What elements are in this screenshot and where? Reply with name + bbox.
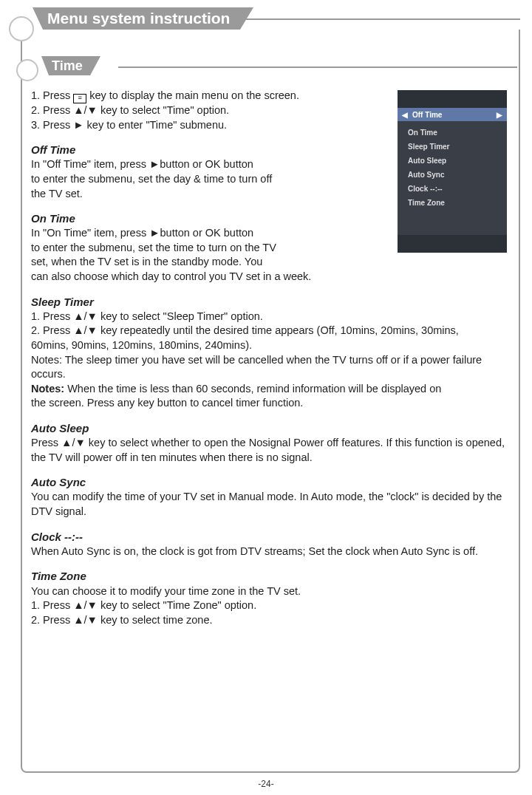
sleeptimer-notes2-label: Notes: [31, 383, 64, 395]
section-title-offtime: Off Time [31, 143, 511, 157]
section-body-offtime: In "Off Time" item, press ►button or OK … [31, 157, 297, 201]
sub-header-decor-circle [16, 59, 38, 81]
main-header-tab: Menu system instruction [33, 7, 253, 30]
section-title-timezone: Time Zone [31, 569, 511, 584]
page-number: -24- [0, 779, 532, 789]
sleeptimer-notes-1: Notes: The sleep timer you have set will… [31, 353, 511, 382]
section-title-autosleep: Auto Sleep [31, 421, 511, 436]
intro-line-1: 1. Press ≡ key to display the main menu … [31, 89, 511, 103]
page-title: Menu system instruction [43, 7, 240, 30]
timezone-line-2: 2. Press ▲/▼ key to select time zone. [31, 613, 511, 628]
timezone-line-1: 1. Press ▲/▼ key to select "Time Zone" o… [31, 598, 511, 613]
intro-line-1-post: key to display the main menu on the scre… [86, 89, 299, 101]
section-title-clock: Clock --:-- [31, 530, 511, 545]
intro-line-2: 2. Press ▲/▼ key to select "Time" option… [31, 103, 511, 118]
menu-button-icon: ≡ [73, 94, 86, 103]
sleeptimer-line-2: 2. Press ▲/▼ key repeatedly until the de… [31, 324, 511, 338]
section-body-timezone: You can choose it to modify your time zo… [31, 584, 511, 599]
section-body-autosync: You can modify the time of your TV set i… [31, 490, 511, 519]
content-area: 1. Press ≡ key to display the main menu … [31, 89, 511, 627]
header-rule [244, 18, 520, 20]
sleeptimer-notes-2: Notes: When the time is less than 60 sec… [31, 382, 511, 411]
header-decor-circle [9, 16, 34, 41]
section-title-sleeptimer: Sleep Timer [31, 295, 511, 310]
section-title-ontime: On Time [31, 211, 511, 226]
sleeptimer-line-2b: 60mins, 90mins, 120mins, 180mins, 240min… [31, 338, 511, 353]
section-body-autosleep: Press ▲/▼ key to select whether to open … [31, 436, 511, 465]
section-body-clock: When Auto Sync is on, the clock is got f… [31, 545, 511, 559]
sleeptimer-notes2-body: When the time is less than 60 seconds, r… [31, 383, 441, 409]
section-body-ontime: In "On Time" item, press ►button or OK b… [31, 226, 511, 284]
sleeptimer-line-1: 1. Press ▲/▼ key to select "Sleep Timer"… [31, 310, 511, 324]
intro-line-1-pre: 1. Press [31, 89, 73, 101]
intro-line-3: 3. Press ► key to enter "Time" submenu. [31, 118, 511, 133]
section-title-autosync: Auto Sync [31, 475, 511, 490]
